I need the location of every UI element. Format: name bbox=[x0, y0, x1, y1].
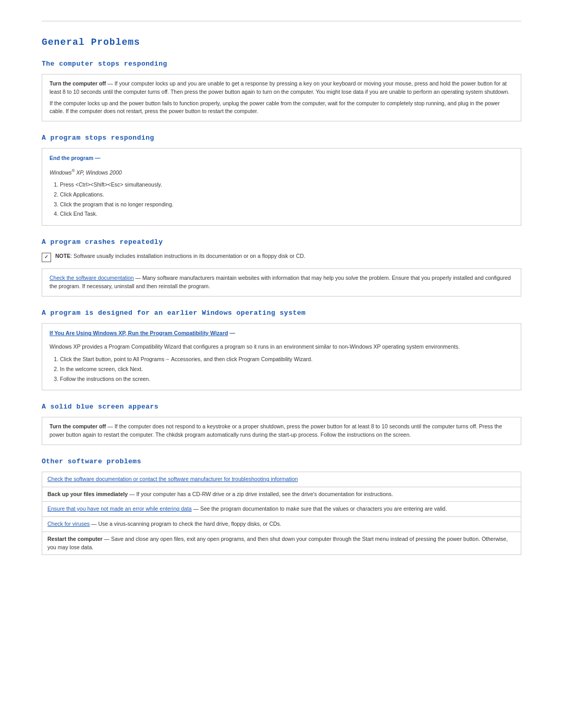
other-software-row-error: Ensure that you have not made an error w… bbox=[42, 501, 521, 516]
link-compatibility-wizard: If You Are Using Windows XP, Run the Pro… bbox=[50, 330, 228, 336]
sub-box-end-program-header: End the program — bbox=[50, 154, 513, 163]
top-divider bbox=[42, 21, 521, 21]
bold-turn-off: Turn the computer off bbox=[50, 80, 106, 87]
info-box-check-software: Check the software documentation — Many … bbox=[42, 268, 521, 297]
bold-restart: Restart the computer bbox=[47, 536, 103, 542]
note-content: : Software usually includes installation… bbox=[70, 253, 305, 259]
compatibility-content: Windows XP provides a Program Compatibil… bbox=[50, 342, 513, 351]
list-item: Click the program that is no longer resp… bbox=[60, 201, 513, 209]
other-software-row-backup: Back up your files immediately — If your… bbox=[42, 487, 521, 502]
note-icon: ✓ bbox=[42, 253, 51, 262]
section-title-earlier-windows: A program is designed for an earlier Win… bbox=[42, 309, 521, 317]
other-software-row-restart: Restart the computer — Save and close an… bbox=[42, 532, 521, 556]
list-item: In the welcome screen, click Next. bbox=[60, 365, 513, 374]
blue-screen-text: — If the computer does not respond to a … bbox=[50, 423, 502, 438]
section-program-crashes: A program crashes repeatedly ✓ NOTE: Sof… bbox=[42, 238, 521, 297]
paragraph-check-software: Check the software documentation — Many … bbox=[50, 274, 513, 291]
paragraph-turn-off-1: Turn the computer off — If your computer… bbox=[50, 80, 513, 96]
section-title-other-software: Other software problems bbox=[42, 458, 521, 465]
section-other-software: Other software problems Check the softwa… bbox=[42, 458, 521, 556]
bold-turn-off-blue: Turn the computer off bbox=[50, 423, 106, 429]
section-earlier-windows: A program is designed for an earlier Win… bbox=[42, 309, 521, 391]
section-title-blue-screen: A solid blue screen appears bbox=[42, 403, 521, 411]
compatibility-list: Click the Start button, point to All Pro… bbox=[60, 355, 513, 383]
paragraph-turn-off-2: If the computer locks up and the power b… bbox=[50, 100, 513, 116]
page-container: General Problems The computer stops resp… bbox=[0, 0, 563, 590]
other-software-row-check-doc: Check the software documentation or cont… bbox=[42, 472, 521, 487]
link-check-software: Check the software documentation bbox=[50, 275, 134, 281]
list-item: Follow the instructions on the screen. bbox=[60, 375, 513, 384]
section-title-program-stops: A program stops responding bbox=[42, 134, 521, 142]
link-check-doc: Check the software documentation or cont… bbox=[47, 476, 298, 482]
sub-box-compatibility-header: If You Are Using Windows XP, Run the Pro… bbox=[50, 329, 513, 338]
section-title-program-crashes: A program crashes repeatedly bbox=[42, 238, 521, 246]
viruses-text: — Use a virus-scanning program to check … bbox=[91, 521, 282, 527]
section-title-computer-stops: The computer stops responding bbox=[42, 60, 521, 68]
section-computer-stops-responding: The computer stops responding Turn the c… bbox=[42, 60, 521, 121]
section-blue-screen: A solid blue screen appears Turn the com… bbox=[42, 403, 521, 445]
link-error-entering: Ensure that you have not made an error w… bbox=[47, 505, 192, 512]
note-box: ✓ NOTE: Software usually includes instal… bbox=[42, 252, 521, 262]
list-item: Click Applications. bbox=[60, 191, 513, 199]
list-item: Press <Ctrl><Shift><Esc> simultaneously. bbox=[60, 181, 513, 189]
windows-label: Windows® XP, Windows 2000 bbox=[50, 168, 513, 177]
sub-box-end-program: End the program — Windows® XP, Windows 2… bbox=[42, 148, 521, 226]
list-item: Click End Task. bbox=[60, 210, 513, 218]
bold-backup: Back up your files immediately bbox=[47, 491, 128, 497]
other-software-rows: Check the software documentation or cont… bbox=[42, 472, 521, 556]
other-software-row-viruses: Check for viruses — Use a virus-scanning… bbox=[42, 516, 521, 532]
paragraph-blue-screen: Turn the computer off — If the computer … bbox=[50, 423, 513, 439]
note-label: NOTE bbox=[55, 253, 70, 259]
end-program-list: Press <Ctrl><Shift><Esc> simultaneously.… bbox=[60, 181, 513, 218]
link-viruses: Check for viruses bbox=[47, 521, 90, 527]
turn-off-text-2: If the computer locks up and the power b… bbox=[50, 100, 500, 115]
turn-off-text-1: — If your computer locks up and you are … bbox=[50, 80, 509, 95]
section-program-stops-responding: A program stops responding End the progr… bbox=[42, 134, 521, 226]
note-text: NOTE: Software usually includes installa… bbox=[55, 252, 305, 261]
info-box-turn-off: Turn the computer off — If your computer… bbox=[42, 74, 521, 121]
backup-text: — If your computer has a CD-RW drive or … bbox=[129, 491, 393, 497]
info-box-blue-screen: Turn the computer off — If the computer … bbox=[42, 417, 521, 445]
error-entering-text: — See the program documentation to make … bbox=[193, 505, 447, 512]
list-item: Click the Start button, point to All Pro… bbox=[60, 355, 513, 364]
sub-box-compatibility: If You Are Using Windows XP, Run the Pro… bbox=[42, 323, 521, 391]
page-title: General Problems bbox=[42, 37, 521, 47]
restart-text: — Save and close any open files, exit an… bbox=[47, 536, 508, 550]
